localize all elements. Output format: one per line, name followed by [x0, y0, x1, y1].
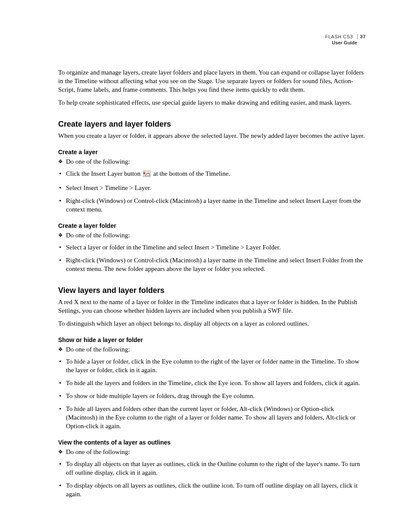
list-item-text-before: Click the Insert Layer button [66, 170, 142, 177]
list-item: Right-click (Windows) or Control-click (… [58, 256, 366, 273]
section-view-layers-title: View layers and layer folders [58, 286, 366, 295]
insert-layer-icon [143, 171, 151, 179]
section-create-layers-title: Create layers and layer folders [58, 120, 366, 129]
create-layer-list: Click the Insert Layer button at the bot… [58, 169, 366, 214]
page-header: FLASH CS3 37 User Guide [325, 34, 366, 46]
list-item: To hide a layer or folder, click in the … [58, 357, 366, 374]
create-layer-lead: Do one of the following: [58, 157, 366, 166]
intro-paragraph-1: To organize and manage layers, create la… [58, 68, 366, 94]
subsection-create-layer-folder-title: Create a layer folder [58, 222, 366, 229]
page: FLASH CS3 37 User Guide To organize and … [0, 0, 411, 532]
list-item: Right-click (Windows) or Control-click (… [58, 196, 366, 214]
list-item: To hide all layers and folders other tha… [58, 404, 366, 430]
section-create-layers-p1: When you create a layer or folder, it ap… [58, 131, 366, 140]
subsection-show-hide-title: Show or hide a layer or folder [58, 336, 366, 343]
section-view-layers-p1: A red X next to the name of a layer or f… [58, 298, 366, 315]
create-layer-folder-lead: Do one of the following: [58, 231, 366, 240]
subsection-view-outlines-title: View the contents of a layer as outlines [58, 439, 366, 446]
list-item: Select a layer or folder in the Timeline… [58, 243, 366, 252]
list-item: Select Insert > Timeline > Layer. [58, 184, 366, 192]
show-hide-lead: Do one of the following: [58, 345, 366, 354]
header-product: FLASH CS3 [325, 34, 353, 39]
view-outlines-lead: Do one of the following: [58, 448, 366, 456]
subsection-create-layer-title: Create a layer [58, 149, 366, 156]
list-item-text-after: at the bottom of the Timeline. [152, 170, 230, 177]
header-subtitle: User Guide [325, 40, 366, 46]
list-item: To display all objects on that layer as … [58, 460, 366, 477]
create-layer-folder-list: Select a layer or folder in the Timeline… [58, 243, 366, 273]
list-item: To display objects on all layers as outl… [58, 481, 366, 498]
list-item: To show or hide multiple layers or folde… [58, 392, 366, 400]
list-item: Click the Insert Layer button at the bot… [58, 169, 366, 179]
page-number: 37 [357, 34, 366, 39]
show-hide-list: To hide a layer or folder, click in the … [58, 357, 366, 430]
list-item: To hide all the layers and folders in th… [58, 379, 366, 387]
intro-paragraph-2: To help create sophisticated effects, us… [58, 98, 366, 107]
section-view-layers-p2: To distinguish which layer an object bel… [58, 319, 366, 328]
view-outlines-list: To display all objects on that layer as … [58, 460, 366, 498]
page-content: To organize and manage layers, create la… [58, 34, 366, 498]
